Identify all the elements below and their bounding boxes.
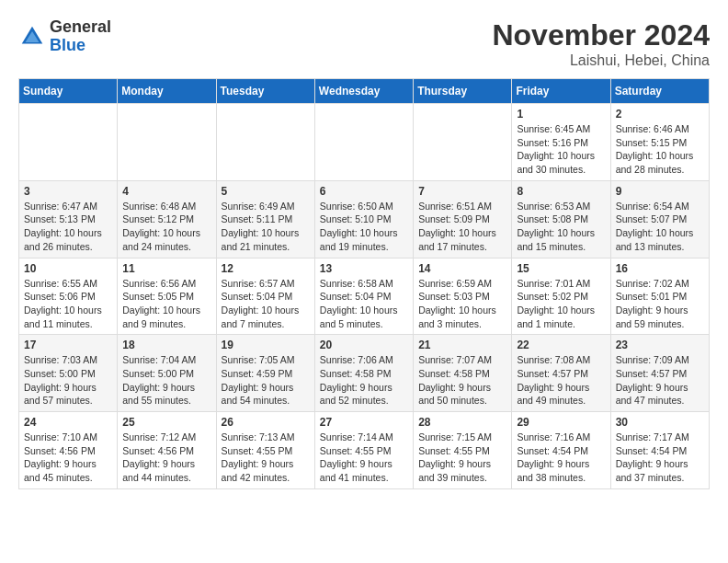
- day-number: 13: [320, 262, 408, 275]
- day-number: 12: [222, 262, 310, 275]
- page-header: General Blue November 2024 Laishui, Hebe…: [18, 18, 710, 69]
- location: Laishui, Hebei, China: [492, 52, 710, 69]
- day-number: 15: [517, 262, 605, 275]
- day-info: Sunrise: 6:55 AM Sunset: 5:06 PM Dayligh…: [24, 277, 112, 331]
- day-info: Sunrise: 6:59 AM Sunset: 5:03 PM Dayligh…: [418, 277, 506, 331]
- table-row: 19Sunrise: 7:05 AM Sunset: 4:59 PM Dayli…: [216, 335, 314, 412]
- table-row: 13Sunrise: 6:58 AM Sunset: 5:04 PM Dayli…: [314, 258, 413, 335]
- day-number: 22: [517, 339, 605, 351]
- day-info: Sunrise: 6:51 AM Sunset: 5:09 PM Dayligh…: [418, 200, 506, 254]
- table-row: 15Sunrise: 7:01 AM Sunset: 5:02 PM Dayli…: [512, 258, 610, 335]
- day-info: Sunrise: 7:05 AM Sunset: 4:59 PM Dayligh…: [222, 353, 310, 408]
- day-info: Sunrise: 7:16 AM Sunset: 4:54 PM Dayligh…: [517, 431, 605, 485]
- table-row: [19, 104, 118, 181]
- day-info: Sunrise: 7:13 AM Sunset: 4:55 PM Dayligh…: [222, 431, 310, 485]
- day-number: 5: [222, 185, 310, 198]
- table-row: 14Sunrise: 6:59 AM Sunset: 5:03 PM Dayli…: [414, 258, 512, 335]
- table-row: 25Sunrise: 7:12 AM Sunset: 4:56 PM Dayli…: [118, 412, 216, 489]
- calendar-table: Sunday Monday Tuesday Wednesday Thursday…: [18, 78, 710, 489]
- table-row: 21Sunrise: 7:07 AM Sunset: 4:58 PM Dayli…: [414, 335, 512, 412]
- table-row: [118, 104, 216, 181]
- day-info: Sunrise: 7:09 AM Sunset: 4:57 PM Dayligh…: [616, 353, 704, 408]
- table-row: 22Sunrise: 7:08 AM Sunset: 4:57 PM Dayli…: [512, 335, 610, 412]
- table-row: 18Sunrise: 7:04 AM Sunset: 5:00 PM Dayli…: [118, 335, 216, 412]
- logo-text: General Blue: [50, 18, 111, 55]
- day-number: 17: [24, 339, 112, 351]
- table-row: 17Sunrise: 7:03 AM Sunset: 5:00 PM Dayli…: [19, 335, 118, 412]
- day-number: 2: [616, 108, 704, 121]
- day-number: 19: [222, 339, 310, 351]
- calendar-week-row: 24Sunrise: 7:10 AM Sunset: 4:56 PM Dayli…: [19, 412, 710, 489]
- day-info: Sunrise: 6:45 AM Sunset: 5:16 PM Dayligh…: [517, 122, 605, 177]
- table-row: 27Sunrise: 7:14 AM Sunset: 4:55 PM Dayli…: [314, 412, 413, 489]
- day-info: Sunrise: 7:17 AM Sunset: 4:54 PM Dayligh…: [616, 431, 704, 485]
- col-friday: Friday: [512, 79, 610, 104]
- day-number: 3: [24, 185, 112, 198]
- table-row: 7Sunrise: 6:51 AM Sunset: 5:09 PM Daylig…: [414, 180, 512, 258]
- table-row: 6Sunrise: 6:50 AM Sunset: 5:10 PM Daylig…: [314, 180, 413, 258]
- day-info: Sunrise: 6:47 AM Sunset: 5:13 PM Dayligh…: [24, 200, 112, 254]
- table-row: 26Sunrise: 7:13 AM Sunset: 4:55 PM Dayli…: [216, 412, 314, 489]
- col-saturday: Saturday: [610, 79, 709, 104]
- table-row: 5Sunrise: 6:49 AM Sunset: 5:11 PM Daylig…: [216, 180, 314, 258]
- col-thursday: Thursday: [414, 79, 512, 104]
- calendar-header-row: Sunday Monday Tuesday Wednesday Thursday…: [19, 79, 710, 104]
- day-number: 24: [24, 416, 112, 429]
- day-info: Sunrise: 7:12 AM Sunset: 4:56 PM Dayligh…: [122, 431, 210, 485]
- table-row: [314, 104, 413, 181]
- calendar-week-row: 10Sunrise: 6:55 AM Sunset: 5:06 PM Dayli…: [19, 258, 710, 335]
- col-tuesday: Tuesday: [216, 79, 314, 104]
- day-info: Sunrise: 7:10 AM Sunset: 4:56 PM Dayligh…: [24, 431, 112, 485]
- day-number: 27: [320, 416, 408, 429]
- day-number: 18: [122, 339, 210, 351]
- day-info: Sunrise: 6:49 AM Sunset: 5:11 PM Dayligh…: [222, 200, 310, 254]
- day-info: Sunrise: 6:58 AM Sunset: 5:04 PM Dayligh…: [320, 277, 408, 331]
- day-info: Sunrise: 6:56 AM Sunset: 5:05 PM Dayligh…: [122, 277, 210, 331]
- day-number: 8: [517, 185, 605, 198]
- day-info: Sunrise: 7:04 AM Sunset: 5:00 PM Dayligh…: [122, 353, 210, 408]
- col-sunday: Sunday: [19, 79, 118, 104]
- calendar-week-row: 1Sunrise: 6:45 AM Sunset: 5:16 PM Daylig…: [19, 104, 710, 181]
- day-number: 6: [320, 185, 408, 198]
- day-number: 21: [418, 339, 506, 351]
- calendar-week-row: 17Sunrise: 7:03 AM Sunset: 5:00 PM Dayli…: [19, 335, 710, 412]
- table-row: 9Sunrise: 6:54 AM Sunset: 5:07 PM Daylig…: [610, 180, 709, 258]
- day-number: 25: [122, 416, 210, 429]
- day-number: 28: [418, 416, 506, 429]
- day-info: Sunrise: 7:14 AM Sunset: 4:55 PM Dayligh…: [320, 431, 408, 485]
- day-info: Sunrise: 7:08 AM Sunset: 4:57 PM Dayligh…: [517, 353, 605, 408]
- day-number: 30: [616, 416, 704, 429]
- day-number: 20: [320, 339, 408, 351]
- day-info: Sunrise: 7:06 AM Sunset: 4:58 PM Dayligh…: [320, 353, 408, 408]
- table-row: 20Sunrise: 7:06 AM Sunset: 4:58 PM Dayli…: [314, 335, 413, 412]
- day-number: 26: [222, 416, 310, 429]
- table-row: 23Sunrise: 7:09 AM Sunset: 4:57 PM Dayli…: [610, 335, 709, 412]
- day-info: Sunrise: 6:46 AM Sunset: 5:15 PM Dayligh…: [616, 122, 704, 177]
- day-info: Sunrise: 6:57 AM Sunset: 5:04 PM Dayligh…: [222, 277, 310, 331]
- day-info: Sunrise: 7:15 AM Sunset: 4:55 PM Dayligh…: [418, 431, 506, 485]
- day-info: Sunrise: 6:50 AM Sunset: 5:10 PM Dayligh…: [320, 200, 408, 254]
- day-number: 4: [122, 185, 210, 198]
- day-info: Sunrise: 6:48 AM Sunset: 5:12 PM Dayligh…: [122, 200, 210, 254]
- table-row: 24Sunrise: 7:10 AM Sunset: 4:56 PM Dayli…: [19, 412, 118, 489]
- table-row: 12Sunrise: 6:57 AM Sunset: 5:04 PM Dayli…: [216, 258, 314, 335]
- table-row: 28Sunrise: 7:15 AM Sunset: 4:55 PM Dayli…: [414, 412, 512, 489]
- table-row: 1Sunrise: 6:45 AM Sunset: 5:16 PM Daylig…: [512, 104, 610, 181]
- table-row: 4Sunrise: 6:48 AM Sunset: 5:12 PM Daylig…: [118, 180, 216, 258]
- day-number: 11: [122, 262, 210, 275]
- day-number: 1: [517, 108, 605, 121]
- day-number: 14: [418, 262, 506, 275]
- day-info: Sunrise: 6:53 AM Sunset: 5:08 PM Dayligh…: [517, 200, 605, 254]
- day-number: 23: [616, 339, 704, 351]
- day-number: 9: [616, 185, 704, 198]
- table-row: 10Sunrise: 6:55 AM Sunset: 5:06 PM Dayli…: [19, 258, 118, 335]
- title-block: November 2024 Laishui, Hebei, China: [492, 18, 710, 69]
- day-info: Sunrise: 7:07 AM Sunset: 4:58 PM Dayligh…: [418, 353, 506, 408]
- table-row: 29Sunrise: 7:16 AM Sunset: 4:54 PM Dayli…: [512, 412, 610, 489]
- month-title: November 2024: [492, 18, 710, 52]
- col-wednesday: Wednesday: [314, 79, 413, 104]
- table-row: 2Sunrise: 6:46 AM Sunset: 5:15 PM Daylig…: [610, 104, 709, 181]
- table-row: [414, 104, 512, 181]
- day-number: 16: [616, 262, 704, 275]
- day-info: Sunrise: 7:03 AM Sunset: 5:00 PM Dayligh…: [24, 353, 112, 408]
